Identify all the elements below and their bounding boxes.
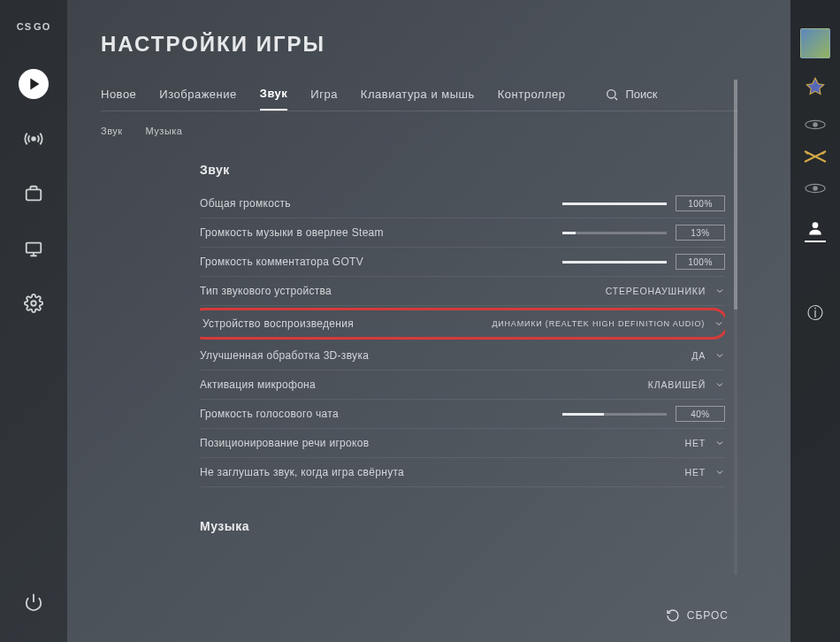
- svg-point-7: [806, 152, 809, 155]
- setting-label: Активация микрофона: [200, 378, 648, 391]
- tab-audio[interactable]: Звук: [260, 78, 288, 111]
- svg-rect-2: [27, 243, 42, 253]
- setting-control[interactable]: 100%: [562, 254, 725, 270]
- dropdown-value: КЛАВИШЕЙ: [648, 379, 706, 390]
- setting-row: Улучшенная обработка 3D-звукаДА: [200, 341, 725, 371]
- volume-slider[interactable]: [562, 203, 667, 205]
- reset-button[interactable]: СБРОС: [666, 608, 729, 623]
- medal-2-icon[interactable]: [802, 175, 829, 202]
- nav-settings-button[interactable]: [19, 288, 49, 318]
- setting-row: Громкость голосового чата40%: [200, 400, 725, 429]
- setting-control[interactable]: НЕТ: [685, 438, 725, 448]
- chevron-down-icon: [714, 379, 725, 390]
- dropdown-value: НЕТ: [685, 467, 706, 478]
- game-logo: CS GO: [17, 21, 50, 32]
- content-scrollbar[interactable]: [734, 80, 737, 575]
- dropdown-value: СТЕРЕОНАУШНИКИ: [606, 286, 706, 296]
- setting-control[interactable]: ДА: [691, 350, 725, 361]
- setting-row: Позиционирование речи игроковНЕТ: [200, 429, 725, 458]
- setting-row: Общая громкость100%: [200, 189, 725, 218]
- medal-1-icon[interactable]: [802, 111, 829, 138]
- subtab-music[interactable]: Музыка: [146, 126, 183, 136]
- value-box[interactable]: 13%: [676, 225, 725, 241]
- svg-point-6: [813, 122, 818, 127]
- value-box[interactable]: 100%: [676, 195, 725, 211]
- tab-new[interactable]: Новое: [101, 79, 136, 110]
- setting-label: Громкость голосового чата: [200, 408, 562, 420]
- scrollbar-thumb[interactable]: [734, 80, 737, 310]
- svg-point-4: [607, 89, 615, 97]
- settings-content: Звук Общая громкость100%Громкость музыки…: [200, 157, 725, 546]
- right-sidebar: ⓘ: [790, 0, 840, 642]
- setting-control[interactable]: 100%: [562, 195, 725, 211]
- svg-point-11: [813, 222, 819, 228]
- svg-point-8: [822, 152, 825, 155]
- tab-keyboard[interactable]: Клавиатура и мышь: [361, 79, 475, 110]
- user-avatar[interactable]: [800, 28, 830, 58]
- reset-icon: [666, 608, 680, 623]
- svg-point-0: [32, 137, 35, 141]
- search-icon: [605, 88, 619, 102]
- setting-label: Громкость комментатора GOTV: [200, 256, 562, 268]
- volume-slider[interactable]: [562, 261, 667, 264]
- info-icon[interactable]: ⓘ: [807, 302, 823, 324]
- value-box[interactable]: 40%: [676, 406, 725, 422]
- setting-label: Общая громкость: [200, 197, 562, 210]
- tab-controller[interactable]: Контроллер: [498, 79, 566, 110]
- svg-rect-1: [27, 189, 42, 200]
- setting-row: Громкость музыки в оверлее Steam13%: [200, 218, 725, 248]
- setting-control[interactable]: 13%: [562, 225, 725, 241]
- setting-control[interactable]: СТЕРЕОНАУШНИКИ: [606, 286, 725, 296]
- settings-tabs: Новое Изображение Звук Игра Клавиатура и…: [101, 78, 737, 111]
- left-sidebar: CS GO: [0, 0, 67, 642]
- setting-label: Громкость музыки в оверлее Steam: [200, 226, 562, 239]
- volume-slider[interactable]: [562, 413, 667, 416]
- tab-video[interactable]: Изображение: [159, 79, 236, 110]
- setting-row: Активация микрофонаКЛАВИШЕЙ: [200, 371, 725, 400]
- nav-broadcast-button[interactable]: [19, 124, 49, 154]
- tab-game[interactable]: Игра: [310, 79, 338, 110]
- chevron-down-icon: [714, 350, 725, 361]
- svg-point-3: [31, 301, 36, 306]
- dropdown-value: ДА: [691, 350, 706, 361]
- value-box[interactable]: 100%: [676, 254, 725, 270]
- setting-label: Улучшенная обработка 3D-звука: [200, 349, 691, 362]
- nav-inventory-button[interactable]: [19, 179, 49, 209]
- chevron-down-icon: [714, 318, 724, 329]
- setting-label: Позиционирование речи игроков: [200, 437, 685, 449]
- setting-control[interactable]: НЕТ: [685, 467, 725, 478]
- setting-control[interactable]: КЛАВИШЕЙ: [648, 379, 725, 390]
- chevron-down-icon: [714, 467, 725, 478]
- chevron-down-icon: [714, 286, 725, 296]
- crossed-guns-icon[interactable]: [802, 149, 829, 164]
- setting-row: Устройство воспроизведенияДИНАМИКИ (REAL…: [200, 308, 725, 340]
- logo-cs: CS: [17, 21, 32, 32]
- search-label: Поиск: [626, 88, 658, 101]
- profile-icon[interactable]: [805, 212, 826, 242]
- setting-control[interactable]: 40%: [562, 406, 725, 422]
- page-title: НАСТРОЙКИ ИГРЫ: [101, 32, 790, 57]
- section-sound-title: Звук: [200, 163, 725, 177]
- audio-subtabs: Звук Музыка: [101, 126, 790, 136]
- main-panel: НАСТРОЙКИ ИГРЫ Новое Изображение Звук Иг…: [67, 0, 790, 642]
- nav-watch-button[interactable]: [19, 233, 49, 264]
- chevron-down-icon: [714, 438, 725, 448]
- dropdown-value: ДИНАМИКИ (REALTEK HIGH DEFINITION AUDIO): [492, 319, 705, 328]
- section-music-title: Музыка: [200, 519, 725, 533]
- subtab-sound[interactable]: Звук: [101, 126, 123, 136]
- setting-label: Устройство воспроизведения: [202, 317, 492, 330]
- volume-slider[interactable]: [562, 232, 667, 234]
- setting-label: Тип звукового устройства: [200, 285, 606, 297]
- svg-point-10: [813, 186, 818, 191]
- reset-label: СБРОС: [687, 609, 729, 622]
- nav-power-button[interactable]: [19, 587, 49, 617]
- dropdown-value: НЕТ: [685, 438, 706, 448]
- settings-search[interactable]: Поиск: [605, 88, 658, 102]
- setting-control[interactable]: ДИНАМИКИ (REALTEK HIGH DEFINITION AUDIO): [492, 318, 724, 329]
- rank-badge[interactable]: [802, 74, 829, 101]
- setting-label: Не заглушать звук, когда игра свёрнута: [200, 466, 685, 478]
- logo-go: GO: [34, 21, 50, 32]
- setting-row: Громкость комментатора GOTV100%: [200, 248, 725, 277]
- nav-play-button[interactable]: [19, 69, 49, 99]
- setting-row: Тип звукового устройстваСТЕРЕОНАУШНИКИ: [200, 277, 725, 306]
